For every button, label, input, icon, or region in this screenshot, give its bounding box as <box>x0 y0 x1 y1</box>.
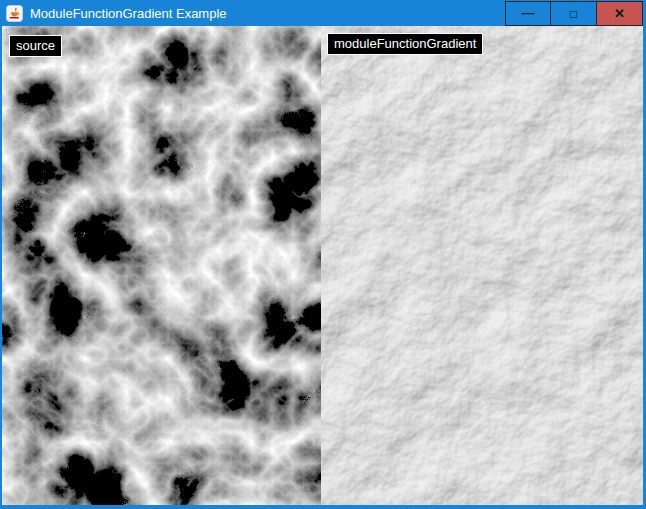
minimize-icon: — <box>522 6 535 19</box>
maximize-button[interactable]: □ <box>551 1 597 26</box>
close-button[interactable]: ✕ <box>597 1 643 26</box>
minimize-button[interactable]: — <box>505 1 551 26</box>
titlebar[interactable]: ModuleFunctionGradient Example — □ ✕ <box>2 0 643 26</box>
window-title: ModuleFunctionGradient Example <box>30 6 227 21</box>
source-image-label: source <box>9 35 62 57</box>
close-icon: ✕ <box>614 7 625 20</box>
source-noise-image <box>2 26 321 505</box>
maximize-icon: □ <box>570 8 577 20</box>
app-window: ModuleFunctionGradient Example — □ ✕ <box>0 0 646 509</box>
gradient-noise-image <box>321 26 643 505</box>
gradient-image-panel: moduleFunctionGradient <box>321 26 643 505</box>
gradient-image-label: moduleFunctionGradient <box>327 33 483 55</box>
java-coffee-cup-icon <box>6 5 23 22</box>
content-area: source <box>2 26 643 505</box>
window-controls: — □ ✕ <box>505 0 643 26</box>
source-image-panel: source <box>2 26 321 505</box>
